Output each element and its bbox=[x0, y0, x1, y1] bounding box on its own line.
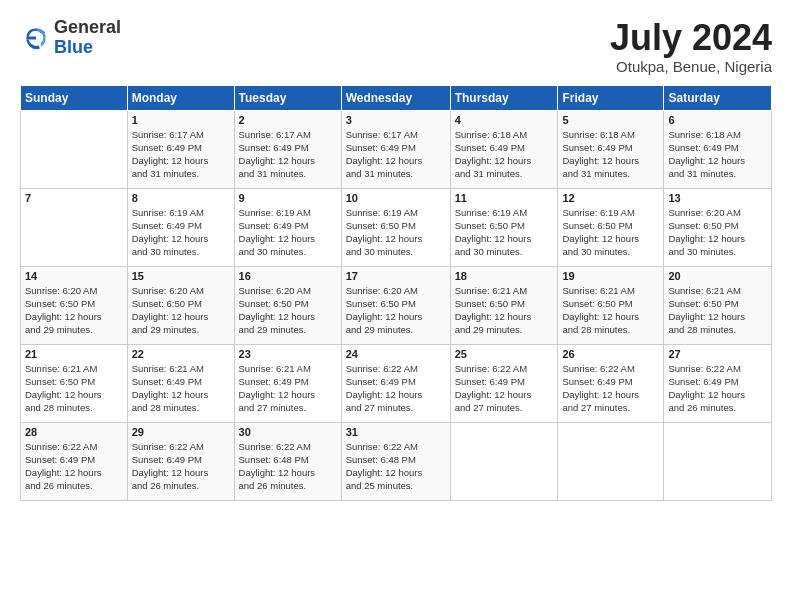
col-sunday: Sunday bbox=[21, 85, 128, 110]
day-number: 9 bbox=[239, 192, 337, 204]
calendar-week-4: 28Sunrise: 6:22 AM Sunset: 6:49 PM Dayli… bbox=[21, 422, 772, 500]
calendar-cell: 6Sunrise: 6:18 AM Sunset: 6:49 PM Daylig… bbox=[664, 110, 772, 188]
day-number: 19 bbox=[562, 270, 659, 282]
day-info: Sunrise: 6:21 AM Sunset: 6:50 PM Dayligh… bbox=[25, 362, 123, 415]
calendar-week-2: 14Sunrise: 6:20 AM Sunset: 6:50 PM Dayli… bbox=[21, 266, 772, 344]
col-saturday: Saturday bbox=[664, 85, 772, 110]
day-number: 14 bbox=[25, 270, 123, 282]
day-info: Sunrise: 6:20 AM Sunset: 6:50 PM Dayligh… bbox=[239, 284, 337, 337]
day-info: Sunrise: 6:19 AM Sunset: 6:50 PM Dayligh… bbox=[346, 206, 446, 259]
day-number: 4 bbox=[455, 114, 554, 126]
logo-text: General Blue bbox=[54, 18, 121, 58]
day-number: 24 bbox=[346, 348, 446, 360]
page: General Blue July 2024 Otukpa, Benue, Ni… bbox=[0, 0, 792, 612]
calendar-cell: 2Sunrise: 6:17 AM Sunset: 6:49 PM Daylig… bbox=[234, 110, 341, 188]
location: Otukpa, Benue, Nigeria bbox=[610, 58, 772, 75]
calendar-cell: 31Sunrise: 6:22 AM Sunset: 6:48 PM Dayli… bbox=[341, 422, 450, 500]
logo-general-text: General bbox=[54, 18, 121, 38]
header: General Blue July 2024 Otukpa, Benue, Ni… bbox=[20, 18, 772, 75]
day-info: Sunrise: 6:19 AM Sunset: 6:49 PM Dayligh… bbox=[239, 206, 337, 259]
day-number: 18 bbox=[455, 270, 554, 282]
day-number: 2 bbox=[239, 114, 337, 126]
calendar-cell: 15Sunrise: 6:20 AM Sunset: 6:50 PM Dayli… bbox=[127, 266, 234, 344]
calendar-cell: 8Sunrise: 6:19 AM Sunset: 6:49 PM Daylig… bbox=[127, 188, 234, 266]
calendar-cell bbox=[558, 422, 664, 500]
day-number: 1 bbox=[132, 114, 230, 126]
day-number: 29 bbox=[132, 426, 230, 438]
day-info: Sunrise: 6:19 AM Sunset: 6:50 PM Dayligh… bbox=[562, 206, 659, 259]
calendar-header: Sunday Monday Tuesday Wednesday Thursday… bbox=[21, 85, 772, 110]
day-number: 5 bbox=[562, 114, 659, 126]
calendar-cell: 10Sunrise: 6:19 AM Sunset: 6:50 PM Dayli… bbox=[341, 188, 450, 266]
calendar-cell: 28Sunrise: 6:22 AM Sunset: 6:49 PM Dayli… bbox=[21, 422, 128, 500]
calendar-cell: 29Sunrise: 6:22 AM Sunset: 6:49 PM Dayli… bbox=[127, 422, 234, 500]
col-wednesday: Wednesday bbox=[341, 85, 450, 110]
col-monday: Monday bbox=[127, 85, 234, 110]
col-thursday: Thursday bbox=[450, 85, 558, 110]
calendar-week-0: 1Sunrise: 6:17 AM Sunset: 6:49 PM Daylig… bbox=[21, 110, 772, 188]
calendar-cell: 27Sunrise: 6:22 AM Sunset: 6:49 PM Dayli… bbox=[664, 344, 772, 422]
calendar-body: 1Sunrise: 6:17 AM Sunset: 6:49 PM Daylig… bbox=[21, 110, 772, 500]
day-number: 17 bbox=[346, 270, 446, 282]
day-info: Sunrise: 6:21 AM Sunset: 6:50 PM Dayligh… bbox=[562, 284, 659, 337]
day-info: Sunrise: 6:22 AM Sunset: 6:49 PM Dayligh… bbox=[668, 362, 767, 415]
day-number: 23 bbox=[239, 348, 337, 360]
calendar-week-3: 21Sunrise: 6:21 AM Sunset: 6:50 PM Dayli… bbox=[21, 344, 772, 422]
calendar-cell: 18Sunrise: 6:21 AM Sunset: 6:50 PM Dayli… bbox=[450, 266, 558, 344]
calendar-week-1: 78Sunrise: 6:19 AM Sunset: 6:49 PM Dayli… bbox=[21, 188, 772, 266]
logo: General Blue bbox=[20, 18, 121, 58]
day-info: Sunrise: 6:20 AM Sunset: 6:50 PM Dayligh… bbox=[132, 284, 230, 337]
calendar-cell: 12Sunrise: 6:19 AM Sunset: 6:50 PM Dayli… bbox=[558, 188, 664, 266]
calendar-cell: 19Sunrise: 6:21 AM Sunset: 6:50 PM Dayli… bbox=[558, 266, 664, 344]
logo-icon bbox=[20, 22, 52, 54]
day-number: 30 bbox=[239, 426, 337, 438]
weekday-row: Sunday Monday Tuesday Wednesday Thursday… bbox=[21, 85, 772, 110]
calendar-cell: 22Sunrise: 6:21 AM Sunset: 6:49 PM Dayli… bbox=[127, 344, 234, 422]
day-info: Sunrise: 6:21 AM Sunset: 6:49 PM Dayligh… bbox=[239, 362, 337, 415]
day-info: Sunrise: 6:17 AM Sunset: 6:49 PM Dayligh… bbox=[346, 128, 446, 181]
calendar: Sunday Monday Tuesday Wednesday Thursday… bbox=[20, 85, 772, 501]
day-number: 22 bbox=[132, 348, 230, 360]
col-tuesday: Tuesday bbox=[234, 85, 341, 110]
day-info: Sunrise: 6:22 AM Sunset: 6:49 PM Dayligh… bbox=[455, 362, 554, 415]
day-info: Sunrise: 6:22 AM Sunset: 6:49 PM Dayligh… bbox=[346, 362, 446, 415]
day-info: Sunrise: 6:20 AM Sunset: 6:50 PM Dayligh… bbox=[668, 206, 767, 259]
calendar-cell: 16Sunrise: 6:20 AM Sunset: 6:50 PM Dayli… bbox=[234, 266, 341, 344]
day-number: 11 bbox=[455, 192, 554, 204]
day-info: Sunrise: 6:22 AM Sunset: 6:49 PM Dayligh… bbox=[562, 362, 659, 415]
calendar-cell: 7 bbox=[21, 188, 128, 266]
day-info: Sunrise: 6:21 AM Sunset: 6:50 PM Dayligh… bbox=[668, 284, 767, 337]
day-number: 21 bbox=[25, 348, 123, 360]
calendar-cell: 1Sunrise: 6:17 AM Sunset: 6:49 PM Daylig… bbox=[127, 110, 234, 188]
calendar-cell: 9Sunrise: 6:19 AM Sunset: 6:49 PM Daylig… bbox=[234, 188, 341, 266]
calendar-cell bbox=[21, 110, 128, 188]
day-info: Sunrise: 6:21 AM Sunset: 6:49 PM Dayligh… bbox=[132, 362, 230, 415]
day-number: 25 bbox=[455, 348, 554, 360]
day-info: Sunrise: 6:20 AM Sunset: 6:50 PM Dayligh… bbox=[25, 284, 123, 337]
month-year: July 2024 bbox=[610, 18, 772, 58]
calendar-cell: 21Sunrise: 6:21 AM Sunset: 6:50 PM Dayli… bbox=[21, 344, 128, 422]
day-number: 6 bbox=[668, 114, 767, 126]
day-number: 16 bbox=[239, 270, 337, 282]
day-info: Sunrise: 6:22 AM Sunset: 6:48 PM Dayligh… bbox=[239, 440, 337, 493]
calendar-cell: 14Sunrise: 6:20 AM Sunset: 6:50 PM Dayli… bbox=[21, 266, 128, 344]
day-info: Sunrise: 6:17 AM Sunset: 6:49 PM Dayligh… bbox=[239, 128, 337, 181]
calendar-cell bbox=[664, 422, 772, 500]
day-info: Sunrise: 6:22 AM Sunset: 6:49 PM Dayligh… bbox=[25, 440, 123, 493]
title-section: July 2024 Otukpa, Benue, Nigeria bbox=[610, 18, 772, 75]
logo-blue-text: Blue bbox=[54, 38, 121, 58]
calendar-cell: 17Sunrise: 6:20 AM Sunset: 6:50 PM Dayli… bbox=[341, 266, 450, 344]
day-number: 20 bbox=[668, 270, 767, 282]
calendar-cell: 20Sunrise: 6:21 AM Sunset: 6:50 PM Dayli… bbox=[664, 266, 772, 344]
day-number: 8 bbox=[132, 192, 230, 204]
day-number: 10 bbox=[346, 192, 446, 204]
calendar-cell bbox=[450, 422, 558, 500]
calendar-cell: 25Sunrise: 6:22 AM Sunset: 6:49 PM Dayli… bbox=[450, 344, 558, 422]
day-info: Sunrise: 6:20 AM Sunset: 6:50 PM Dayligh… bbox=[346, 284, 446, 337]
day-number: 12 bbox=[562, 192, 659, 204]
calendar-cell: 11Sunrise: 6:19 AM Sunset: 6:50 PM Dayli… bbox=[450, 188, 558, 266]
calendar-cell: 4Sunrise: 6:18 AM Sunset: 6:49 PM Daylig… bbox=[450, 110, 558, 188]
day-info: Sunrise: 6:19 AM Sunset: 6:49 PM Dayligh… bbox=[132, 206, 230, 259]
day-info: Sunrise: 6:17 AM Sunset: 6:49 PM Dayligh… bbox=[132, 128, 230, 181]
calendar-cell: 24Sunrise: 6:22 AM Sunset: 6:49 PM Dayli… bbox=[341, 344, 450, 422]
